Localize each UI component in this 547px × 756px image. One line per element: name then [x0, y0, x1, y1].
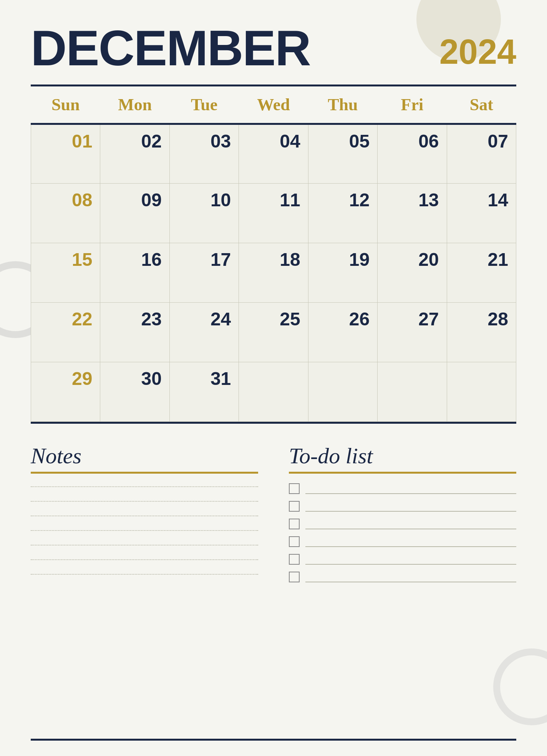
day-01: 01	[31, 124, 100, 184]
page-bottom-border	[31, 739, 516, 741]
day-empty-1	[239, 362, 308, 422]
week-4: 22 23 24 25 26 27 28	[31, 303, 516, 362]
header: DECEMBER 2024	[31, 23, 516, 73]
notes-line-4	[31, 530, 258, 531]
todo-line-2	[305, 501, 516, 512]
notes-line-3	[31, 516, 258, 516]
header-tue: Tue	[169, 86, 239, 124]
deco-circle-bottom-right	[493, 648, 547, 725]
notes-section: Notes	[31, 443, 258, 582]
day-10: 10	[169, 184, 239, 243]
day-21: 21	[447, 243, 516, 303]
day-empty-3	[378, 362, 447, 422]
calendar-table: Sun Mon Tue Wed Thu Fri Sat 01 02 03 04 …	[31, 86, 516, 422]
notes-line-1	[31, 486, 258, 487]
day-30: 30	[100, 362, 169, 422]
notes-line-2	[31, 501, 258, 502]
day-14: 14	[447, 184, 516, 243]
todo-checkbox-6[interactable]	[289, 572, 300, 582]
day-28: 28	[447, 303, 516, 362]
header-sun: Sun	[31, 86, 100, 124]
day-24: 24	[169, 303, 239, 362]
header-wed: Wed	[239, 86, 308, 124]
day-07: 07	[447, 124, 516, 184]
page: DECEMBER 2024 Sun Mon Tue Wed Thu Fri Sa…	[0, 0, 547, 756]
day-23: 23	[100, 303, 169, 362]
day-19: 19	[308, 243, 377, 303]
day-09: 09	[100, 184, 169, 243]
todo-item-5	[289, 554, 516, 565]
bottom-border	[31, 422, 516, 424]
day-18: 18	[239, 243, 308, 303]
todo-line-1	[305, 483, 516, 494]
notes-line-5	[31, 545, 258, 545]
todo-item-2	[289, 501, 516, 512]
day-26: 26	[308, 303, 377, 362]
day-empty-2	[308, 362, 377, 422]
month-title: DECEMBER	[31, 23, 310, 73]
week-1: 01 02 03 04 05 06 07	[31, 124, 516, 184]
day-02: 02	[100, 124, 169, 184]
notes-underline	[31, 472, 258, 474]
day-16: 16	[100, 243, 169, 303]
todo-item-3	[289, 519, 516, 529]
todo-checkbox-2[interactable]	[289, 501, 300, 512]
notes-line-6	[31, 559, 258, 560]
todo-line-5	[305, 554, 516, 565]
week-5: 29 30 31	[31, 362, 516, 422]
day-29: 29	[31, 362, 100, 422]
todo-item-1	[289, 483, 516, 494]
day-22: 22	[31, 303, 100, 362]
todo-item-4	[289, 536, 516, 547]
todo-checkbox-1[interactable]	[289, 483, 300, 494]
day-06: 06	[378, 124, 447, 184]
week-3: 15 16 17 18 19 20 21	[31, 243, 516, 303]
day-03: 03	[169, 124, 239, 184]
day-12: 12	[308, 184, 377, 243]
todo-line-4	[305, 536, 516, 547]
header-fri: Fri	[378, 86, 447, 124]
day-05: 05	[308, 124, 377, 184]
todo-line-6	[305, 572, 516, 582]
day-15: 15	[31, 243, 100, 303]
week-2: 08 09 10 11 12 13 14	[31, 184, 516, 243]
day-08: 08	[31, 184, 100, 243]
todo-item-6	[289, 572, 516, 582]
calendar-container: Sun Mon Tue Wed Thu Fri Sat 01 02 03 04 …	[31, 85, 516, 424]
day-31: 31	[169, 362, 239, 422]
todo-checkbox-3[interactable]	[289, 519, 300, 529]
header-sat: Sat	[447, 86, 516, 124]
todo-line-3	[305, 519, 516, 529]
header-thu: Thu	[308, 86, 377, 124]
day-empty-4	[447, 362, 516, 422]
header-mon: Mon	[100, 86, 169, 124]
notes-title: Notes	[31, 443, 258, 469]
todo-underline	[289, 472, 516, 474]
day-27: 27	[378, 303, 447, 362]
todo-section: To-do list	[289, 443, 516, 582]
todo-checkbox-5[interactable]	[289, 554, 300, 565]
day-20: 20	[378, 243, 447, 303]
day-17: 17	[169, 243, 239, 303]
year-title: 2024	[439, 35, 516, 73]
day-04: 04	[239, 124, 308, 184]
notes-lines	[31, 483, 258, 578]
day-25: 25	[239, 303, 308, 362]
notes-line-7	[31, 574, 258, 575]
day-13: 13	[378, 184, 447, 243]
todo-items	[289, 483, 516, 582]
days-header-row: Sun Mon Tue Wed Thu Fri Sat	[31, 86, 516, 124]
bottom-section: Notes To-do list	[31, 443, 516, 582]
todo-title: To-do list	[289, 443, 516, 469]
day-11: 11	[239, 184, 308, 243]
todo-checkbox-4[interactable]	[289, 536, 300, 547]
